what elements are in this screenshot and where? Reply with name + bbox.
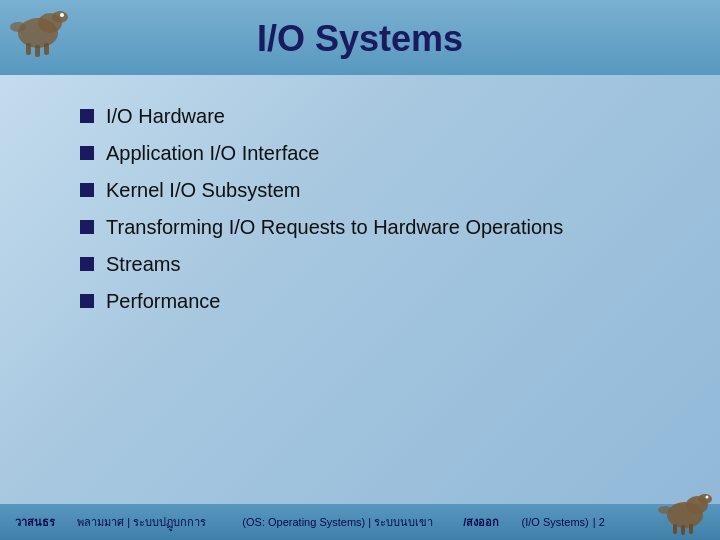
svg-rect-13: [689, 524, 693, 534]
svg-point-15: [658, 506, 672, 514]
bullet-list: I/O HardwareApplication I/O InterfaceKer…: [80, 105, 660, 313]
bullet-item: Performance: [80, 290, 660, 313]
svg-rect-4: [35, 45, 40, 57]
svg-rect-5: [44, 43, 49, 55]
footer-course: (OS: Operating Systems) | ระบบนบเขา: [242, 513, 433, 531]
bullet-text: Application I/O Interface: [106, 142, 319, 165]
bullet-item: Kernel I/O Subsystem: [80, 179, 660, 202]
slide-content: I/O HardwareApplication I/O InterfaceKer…: [0, 75, 720, 504]
bullet-item: I/O Hardware: [80, 105, 660, 128]
footer-page: | 2: [593, 516, 605, 528]
dino-bottom-right-decoration: [657, 490, 712, 535]
footer-nav: /สงออก: [463, 513, 499, 531]
bullet-text: Kernel I/O Subsystem: [106, 179, 301, 202]
bullet-icon: [80, 146, 94, 160]
svg-point-7: [10, 22, 26, 32]
bullet-text: Streams: [106, 253, 180, 276]
bullet-icon: [80, 257, 94, 271]
svg-rect-3: [26, 43, 31, 55]
bullet-text: Transforming I/O Requests to Hardware Op…: [106, 216, 563, 239]
slide-title: I/O Systems: [20, 18, 700, 60]
bullet-icon: [80, 109, 94, 123]
svg-rect-11: [673, 524, 677, 534]
footer-chapter: (I/O Systems): [522, 516, 589, 528]
svg-point-14: [706, 496, 709, 499]
slide-header: I/O Systems: [0, 0, 720, 75]
bullet-text: Performance: [106, 290, 221, 313]
svg-rect-12: [681, 525, 685, 535]
bullet-item: Streams: [80, 253, 660, 276]
bullet-icon: [80, 294, 94, 308]
bullet-icon: [80, 220, 94, 234]
dino-top-left-decoration: [8, 5, 68, 60]
footer-text-group: วาสนธร พลามมาศ | ระบบปฏูบกการ (OS: Opera…: [15, 513, 705, 531]
svg-point-6: [60, 13, 64, 17]
slide: I/O Systems I/O HardwareApplication I/O …: [0, 0, 720, 540]
slide-footer: วาสนธร พลามมาศ | ระบบปฏูบกการ (OS: Opera…: [0, 504, 720, 540]
bullet-item: Transforming I/O Requests to Hardware Op…: [80, 216, 660, 239]
bullet-text: I/O Hardware: [106, 105, 225, 128]
svg-point-10: [698, 494, 712, 504]
footer-links: พลามมาศ | ระบบปฏูบกการ: [77, 513, 206, 531]
footer-author: วาสนธร: [15, 513, 55, 531]
bullet-item: Application I/O Interface: [80, 142, 660, 165]
bullet-icon: [80, 183, 94, 197]
svg-point-2: [52, 11, 68, 23]
